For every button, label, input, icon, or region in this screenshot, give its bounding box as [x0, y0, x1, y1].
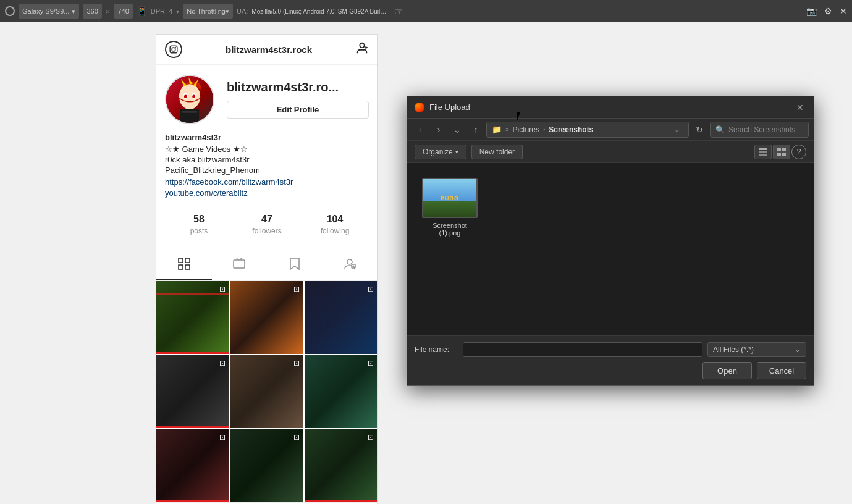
cancel-btn[interactable]: Cancel — [757, 362, 806, 379]
back-btn[interactable]: ‹ — [412, 122, 428, 138]
svg-point-2 — [175, 47, 176, 48]
dpr-dropdown: ▾ — [176, 8, 179, 15]
edit-profile-btn[interactable]: Edit Profile — [227, 101, 369, 119]
ig-tab-grid[interactable] — [156, 251, 212, 280]
search-box[interactable]: 🔍 Search Screenshots — [710, 122, 809, 138]
device-selector[interactable]: Galaxy S9/S9... ▾ — [19, 4, 79, 19]
dropdown-arrow: ▾ — [72, 7, 75, 15]
dialog-action-bar: Organize ▾ New folder — [407, 141, 814, 163]
ig-stat-following[interactable]: 104 following — [301, 214, 369, 236]
grid-item-4[interactable]: ⊡ — [156, 355, 229, 428]
svg-point-11 — [184, 94, 187, 98]
device-mode-icon: 📱 — [137, 6, 147, 16]
dialog-titlebar: File Upload ✕ — [407, 96, 814, 119]
ig-bio-link-fb[interactable]: https://facebook.com/blitzwarm4st3r — [165, 177, 293, 187]
svg-rect-32 — [759, 154, 767, 156]
grid-item-3[interactable]: ⊡ — [305, 281, 377, 354]
breadcrumb-arrow: › — [543, 126, 545, 133]
ig-bio: blitzwarm4st3r ☆★ Game Videos ★☆ r0ck ak… — [165, 133, 369, 198]
organize-label: Organize — [423, 148, 453, 156]
ig-stat-followers[interactable]: 47 followers — [233, 214, 301, 236]
address-bar[interactable]: 📁 » Pictures › Screenshots ⌄ — [486, 122, 689, 138]
ig-followers-label: followers — [252, 227, 281, 235]
browser-toolbar: Galaxy S9/S9... ▾ 360 × 740 📱 DPR: 4 ▾ N… — [0, 0, 852, 22]
dialog-nav-toolbar: ‹ › ⌄ ↑ 📁 » Pictures › Screenshots ⌄ ↻ 🔍… — [407, 119, 814, 141]
filetype-dropdown-icon: ⌄ — [795, 345, 801, 354]
view-options: ? — [754, 145, 806, 159]
breadcrumb-current: Screenshots — [549, 125, 593, 134]
folder-icon: 📁 — [492, 125, 502, 134]
svg-rect-34 — [782, 148, 786, 151]
view-large-icons-btn[interactable] — [773, 145, 790, 159]
touch-icon[interactable]: ☞ — [391, 4, 406, 19]
view-details-btn[interactable] — [754, 145, 772, 159]
close-btn[interactable]: ✕ — [840, 6, 847, 16]
camera-icon: ⊡ — [293, 433, 300, 442]
svg-rect-15 — [179, 258, 183, 262]
camera-icon: ⊡ — [368, 433, 374, 442]
ig-tab-video[interactable] — [212, 251, 268, 280]
dialog-bottom-bar: File name: All Files (*.*) ⌄ Open Cancel — [407, 335, 814, 385]
help-btn[interactable]: ? — [791, 145, 806, 159]
svg-rect-0 — [170, 46, 177, 53]
filetype-value: All Files (*.*) — [713, 345, 754, 354]
ig-profile-section: blitzwarm4st3r.ro... Edit Profile blitzw… — [156, 65, 377, 251]
ig-bio-line1: ☆★ Game Videos ★☆ — [165, 145, 369, 154]
svg-rect-16 — [185, 258, 190, 262]
grid-item-7[interactable]: ⊡ — [156, 429, 229, 502]
ig-bio-line2: r0ck aka blitzwarm4st3r — [165, 155, 369, 164]
new-folder-btn[interactable]: New folder — [471, 145, 523, 159]
recent-btn[interactable]: ⌄ — [449, 122, 465, 138]
file-thumbnail-img: PUBG — [422, 178, 478, 218]
instagram-panel: blitzwarm4st3r.rock — [156, 34, 378, 504]
ig-stat-posts[interactable]: 58 posts — [165, 214, 233, 236]
camera-icon: ⊡ — [219, 285, 226, 293]
grid-item-8[interactable]: ⊡ — [230, 429, 303, 502]
ig-following-label: following — [321, 227, 350, 235]
svg-rect-19 — [234, 260, 245, 268]
ig-tab-saved[interactable] — [267, 251, 323, 280]
ig-posts-count: 58 — [165, 214, 233, 225]
device-label: Galaxy S9/S9... — [22, 7, 69, 15]
ig-avatar — [165, 75, 214, 124]
dialog-close-btn[interactable]: ✕ — [794, 101, 806, 114]
search-placeholder: Search Screenshots — [728, 125, 795, 134]
svg-rect-14 — [182, 111, 198, 113]
svg-rect-17 — [179, 265, 183, 269]
width-input[interactable]: 360 — [83, 4, 101, 19]
screenshot-btn[interactable]: 📷 — [806, 6, 817, 16]
grid-item-5[interactable]: ⊡ — [230, 355, 303, 428]
address-dropdown-btn[interactable]: ⌄ — [671, 124, 683, 136]
open-btn[interactable]: Open — [702, 362, 752, 379]
grid-item-2[interactable]: ⊡ — [230, 281, 303, 354]
grid-item-9[interactable]: ⊡ — [305, 429, 377, 502]
grid-item-1[interactable]: ⊡ — [156, 281, 229, 354]
camera-icon: ⊡ — [368, 359, 374, 368]
height-input[interactable]: 740 — [114, 4, 132, 19]
throttle-selector[interactable]: No Throttling ▾ — [183, 4, 233, 19]
breadcrumb-pictures: Pictures — [513, 125, 539, 134]
firefox-favicon — [415, 103, 424, 112]
ig-add-user-btn[interactable] — [355, 41, 369, 58]
refresh-btn[interactable]: ↻ — [691, 122, 707, 138]
filename-label: File name: — [415, 345, 458, 354]
organize-btn[interactable]: Organize ▾ — [415, 145, 466, 159]
svg-rect-31 — [759, 151, 767, 153]
ig-tab-tagged[interactable] — [323, 251, 378, 280]
file-item-screenshot[interactable]: PUBG Screenshot (1).png — [417, 173, 483, 242]
filename-row: File name: All Files (*.*) ⌄ — [415, 342, 806, 357]
settings-btn[interactable]: ⚙ — [824, 6, 832, 16]
dpr-label: DPR: 4 — [151, 7, 172, 15]
ig-bio-link-yt[interactable]: youtube.com/c/terablitz — [165, 188, 248, 198]
ig-posts-label: posts — [190, 227, 208, 235]
up-btn[interactable]: ↑ — [468, 122, 484, 138]
organize-chevron: ▾ — [455, 149, 458, 155]
forward-btn[interactable]: › — [431, 122, 447, 138]
grid-item-6[interactable]: ⊡ — [305, 355, 377, 428]
svg-point-8 — [179, 83, 200, 109]
pubg-label: PUBG — [441, 195, 459, 201]
camera-icon: ⊡ — [368, 285, 374, 293]
filetype-select[interactable]: All Files (*.*) ⌄ — [707, 342, 806, 357]
filename-input[interactable] — [463, 342, 702, 357]
ua-value: Mozilla/5.0 (Linux; Android 7.0; SM-G892… — [251, 8, 387, 15]
